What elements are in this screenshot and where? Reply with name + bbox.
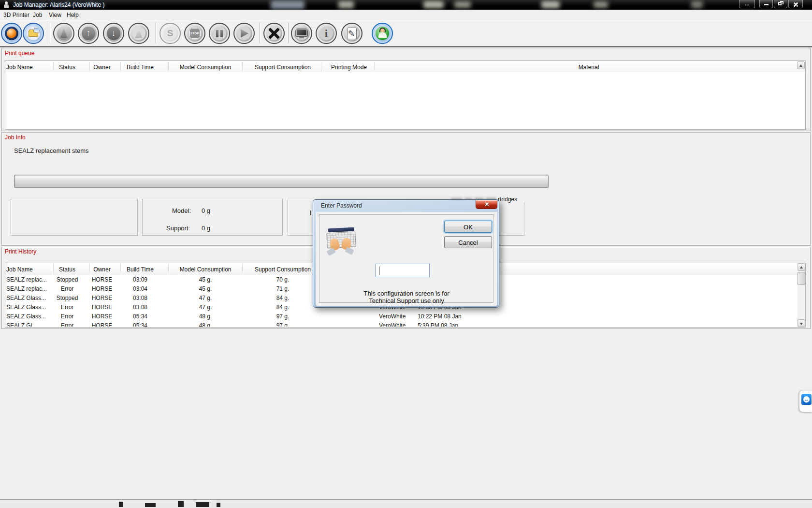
column-header-printing-mode[interactable]: Printing Mode: [311, 64, 387, 71]
desktop-item-fragment: [178, 501, 184, 507]
dialog-body: OK Cancel This configuration screen is f…: [316, 212, 497, 306]
toolbar-separator: [288, 23, 289, 43]
enter-password-dialog: Enter Password OK Cancel This configurat…: [313, 199, 499, 308]
column-header-support-consumption[interactable]: Support Consumption: [249, 64, 317, 71]
model-consumption-value: 0 g: [202, 207, 210, 214]
build-progress-bar: [14, 175, 549, 188]
column-header-model-consumption[interactable]: Model Consumption: [174, 266, 237, 273]
menu-view[interactable]: View: [46, 11, 64, 19]
dialog-title: Enter Password: [321, 202, 362, 209]
scroll-thumb[interactable]: [798, 272, 805, 285]
x-icon: [267, 27, 281, 40]
menu-help[interactable]: Help: [64, 11, 81, 19]
protect-button[interactable]: [128, 23, 149, 44]
titlebar-glare: [338, 1, 354, 8]
open-folder-icon: [27, 27, 40, 40]
slice-button[interactable]: S: [160, 23, 181, 44]
toolbar-divider: [0, 46, 812, 47]
stop-button[interactable]: STOP: [184, 23, 205, 44]
pause-button[interactable]: [209, 23, 230, 44]
app-icon[interactable]: [2, 1, 10, 8]
desktop-item-fragment: [119, 502, 123, 507]
connect-button[interactable]: [1, 23, 22, 44]
support-consumption-value: 0 g: [202, 224, 210, 232]
keyboard-hands-icon: [324, 228, 361, 263]
up-arrow-icon: ↑: [82, 27, 95, 40]
scroll-up-button[interactable]: [798, 263, 805, 271]
print-queue-label: Print queue: [4, 50, 35, 57]
info-icon: i: [319, 27, 333, 40]
play-icon: [237, 27, 251, 40]
column-header-support-consumption[interactable]: Support Consumption: [249, 266, 317, 273]
resume-button[interactable]: [233, 23, 255, 44]
job-info-label: Job Info: [4, 134, 27, 141]
column-header-material[interactable]: Material: [551, 64, 626, 71]
titlebar-glare: [271, 0, 304, 9]
dialog-message-line2: Technical Support use only: [319, 297, 493, 304]
column-header-build-time[interactable]: Build Time: [118, 266, 162, 273]
dialog-message: This configuration screen is for Technic…: [319, 290, 493, 304]
window-resize-button[interactable]: ↔: [739, 0, 755, 8]
s-icon: S: [163, 27, 177, 40]
screen-setup-button[interactable]: [291, 23, 312, 44]
support-agent-icon: [376, 27, 389, 40]
minimize-icon: [764, 4, 768, 5]
dialog-close-button[interactable]: [476, 200, 497, 209]
move-up-button[interactable]: ↑: [78, 23, 99, 44]
toolbar-separator: [156, 23, 156, 43]
window-title: Job Manager: Alaris24 (VeroWhite ): [13, 1, 104, 8]
remote-support-edge-tab[interactable]: ↔: [799, 390, 812, 412]
column-header-build-time[interactable]: Build Time: [118, 64, 162, 71]
print-queue-scroll-up-button[interactable]: [797, 61, 805, 69]
model-consumption-label: Model:: [172, 207, 191, 214]
build-tray-button[interactable]: [53, 23, 74, 44]
print-queue-header: Job Name Status Owner Build Time Model C…: [5, 61, 805, 72]
menu-3d-printer[interactable]: 3D Printer: [1, 11, 32, 19]
tray-preview-box: [11, 199, 138, 236]
menu-job[interactable]: Job: [30, 11, 44, 19]
titlebar-glare: [454, 1, 471, 8]
job-info-button[interactable]: i: [316, 23, 337, 44]
ok-button[interactable]: OK: [444, 221, 492, 233]
open-job-button[interactable]: [23, 23, 44, 44]
occluded-text-fragment: [310, 210, 311, 215]
column-header-model-consumption[interactable]: Model Consumption: [174, 64, 237, 71]
shield-cone-icon: [132, 27, 145, 40]
cone-icon: [57, 27, 71, 40]
edit-button[interactable]: ✎: [341, 23, 362, 44]
resize-horizontal-icon: ↔: [740, 0, 754, 8]
column-header-job-name[interactable]: Job Name: [6, 64, 48, 71]
menubar: 3D Printer Job View Help: [0, 10, 812, 20]
window-close-button[interactable]: [788, 0, 803, 8]
move-down-button[interactable]: ↓: [103, 23, 124, 44]
print-history-label: Print History: [4, 248, 37, 255]
pause-icon: [213, 27, 226, 40]
titlebar-glare: [541, 1, 560, 8]
support-consumption-label: Support:: [166, 224, 190, 232]
password-input[interactable]: [375, 264, 430, 277]
scroll-down-button[interactable]: [798, 319, 805, 327]
titlebar-glare: [423, 1, 444, 8]
window-minimize-button[interactable]: [759, 0, 773, 8]
stop-sign-icon: STOP: [188, 27, 202, 40]
down-arrow-icon: ↓: [107, 27, 120, 40]
titlebar[interactable]: Job Manager: Alaris24 (VeroWhite ) ↔: [0, 0, 812, 10]
history-row[interactable]: SEALZ Glass...Error HORSE05:34 48 g.97 g…: [5, 312, 797, 321]
connect-icon: [5, 27, 18, 40]
delete-job-button[interactable]: [263, 23, 285, 44]
cartridges-label-fragment: rtridges: [498, 196, 517, 203]
column-header-job-name[interactable]: Job Name: [6, 266, 48, 273]
monitor-icon: [295, 27, 308, 40]
consumption-box: [142, 199, 283, 236]
titlebar-glare: [594, 1, 608, 8]
desktop-item-fragment: [196, 502, 209, 507]
column-header-owner[interactable]: Owner: [81, 64, 123, 71]
teamviewer-icon: ↔: [801, 394, 812, 405]
online-support-button[interactable]: [372, 23, 393, 44]
history-row[interactable]: SEALZ Gl...Error HORSE05:34 48 g.97 g. V…: [5, 321, 797, 327]
text-caret: [379, 267, 379, 275]
window-restore-button[interactable]: [774, 0, 787, 8]
column-header-owner[interactable]: Owner: [81, 266, 123, 273]
current-job-name: SEALZ replacement stems: [14, 147, 89, 154]
cancel-button[interactable]: Cancel: [444, 236, 492, 248]
